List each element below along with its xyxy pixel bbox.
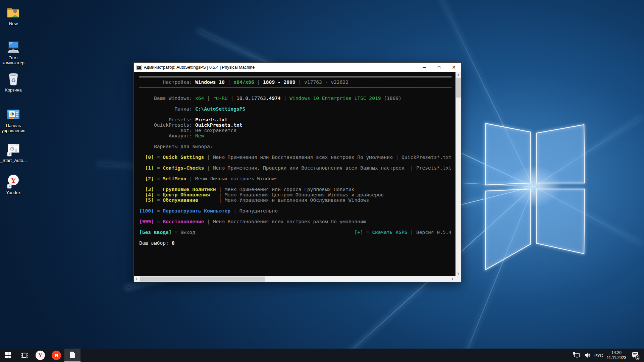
console-line [139, 224, 455, 230]
desktop-icon-control-panel[interactable]: Панель управления [0, 107, 29, 133]
console-line: [0] = Quick Settings | Меню Применения и… [139, 155, 455, 160]
desktop-icon-label: Этот компьютер [0, 55, 29, 65]
desktop-icon-label: Yandex [6, 190, 20, 195]
recycle-bin-icon: ♻ [6, 71, 21, 86]
yandex-browser-icon: Y [36, 351, 45, 360]
scroll-down-arrow[interactable]: ∨ [455, 270, 461, 276]
yandex-shortcut-icon: Y ↗ [6, 174, 21, 189]
console-line [139, 181, 455, 187]
desktop-icon-yandex[interactable]: Y ↗ Yandex [0, 174, 29, 195]
console-line: [3] = Групповые Политики | Меню Применен… [139, 187, 455, 192]
desktop-icon-start-auto[interactable]: ⚙ ⚙ ↗ _Start_Auto... [0, 142, 29, 163]
clock[interactable]: 14:20 11.11.2023 [604, 349, 629, 362]
console-line: ════════════════════════════════════════… [139, 85, 455, 90]
vertical-scrollbar[interactable]: ∧ ∨ [455, 72, 461, 276]
console-line: [4] = Центр Обновления | Меню Управления… [139, 192, 455, 197]
console-line: Настройка: Windows 10 | x64/x86 | 1809 -… [139, 79, 455, 85]
console-window: Администратор: AutoSettingsPS | 0.5.4 | … [133, 62, 462, 282]
desktop-icon-label: Корзина [5, 87, 22, 93]
svg-text:Y: Y [11, 176, 16, 184]
light-beam [534, 186, 641, 244]
console-line: [Без ввода] = Выход [+] = Скачать ASPS |… [139, 230, 455, 235]
console-line: Папка: C:\AutoSettingsPS [139, 106, 455, 112]
console-line [139, 160, 455, 165]
console-taskbar-icon [70, 352, 75, 358]
console-app-icon [137, 65, 142, 70]
close-icon: ✕ [452, 65, 456, 70]
user-folder-icon [6, 5, 21, 20]
task-view-button[interactable] [16, 349, 32, 362]
console-line: [100] = Перезагрузить Компьютер | Принуд… [139, 208, 455, 214]
clock-date: 11.11.2023 [607, 355, 626, 360]
console-line: Аккаунт: New [139, 133, 455, 138]
taskbar: Y Я РУС 14: [0, 349, 644, 362]
speaker-icon [585, 353, 591, 358]
desktop-icon-label: _Start_Auto... [0, 158, 27, 163]
desktop-icon-label: Панель управления [0, 123, 29, 133]
desktop-icon-this-pc[interactable]: Этот компьютер [0, 40, 29, 65]
console-line [139, 171, 455, 176]
maximize-button[interactable]: □ [432, 63, 446, 72]
console-line: [999] = Восстановление | Меню Восстановл… [139, 219, 455, 224]
window-titlebar[interactable]: Администратор: AutoSettingsPS | 0.5.4 | … [134, 63, 461, 72]
gears-window-shortcut-icon: ⚙ ⚙ ↗ [6, 142, 21, 157]
svg-text:♻: ♻ [11, 77, 16, 83]
scroll-right-arrow[interactable]: › [450, 276, 455, 282]
console-line [139, 90, 455, 96]
vertical-scroll-thumb[interactable] [456, 78, 461, 98]
light-beam [534, 117, 641, 187]
console-line [139, 235, 455, 240]
horizontal-scrollbar[interactable]: ‹ › [134, 276, 455, 282]
console-line [139, 203, 455, 208]
taskbar-yandex-app[interactable]: Я [48, 349, 64, 362]
language-indicator[interactable]: РУС [593, 349, 604, 362]
start-button[interactable] [0, 349, 16, 362]
minimize-button[interactable] [417, 63, 432, 72]
console-line: Presets: Presets.txt [139, 117, 455, 122]
maximize-icon: □ [438, 65, 440, 70]
yandex-app-icon: Я [52, 351, 61, 360]
notification-badge: 1 [635, 355, 640, 360]
console-line: Ваша Windows: x64 | ru-RU | 10.0.17763.4… [139, 96, 455, 101]
console-line: QuickPresets: QuickPresets.txt [139, 122, 455, 128]
svg-text:⚙: ⚙ [14, 148, 18, 153]
console-line: Варианты для выбора: [139, 144, 455, 149]
console-line: [1] = Configs-Checks | Меню Применения, … [139, 165, 455, 171]
scroll-left-arrow[interactable]: ‹ [134, 276, 140, 282]
minimize-icon [423, 67, 426, 68]
console-line [139, 214, 455, 219]
console-line: [2] = SelfMenu | Меню Личных настроек Wi… [139, 176, 455, 181]
windows-start-icon [5, 352, 11, 358]
console-output: ════════════════════════════════════════… [134, 72, 455, 276]
console-line: ════════════════════════════════════════… [139, 74, 455, 79]
control-panel-icon [6, 107, 21, 122]
console-line: Ваш выбор: 0_ [139, 240, 455, 246]
taskbar-yandex-browser[interactable]: Y [32, 349, 48, 362]
console-line [139, 101, 455, 106]
desktop-icon-label: New [9, 21, 18, 26]
clock-time: 14:20 [611, 350, 622, 355]
network-icon [573, 352, 580, 358]
window-title: Администратор: AutoSettingsPS | 0.5.4 | … [144, 65, 417, 70]
volume-tray-button[interactable] [582, 349, 593, 362]
network-tray-button[interactable] [571, 349, 582, 362]
close-button[interactable]: ✕ [446, 63, 461, 72]
svg-text:⚙: ⚙ [9, 145, 14, 152]
desktop-icon-new[interactable]: New [0, 5, 29, 26]
svg-text:↗: ↗ [8, 153, 11, 156]
computer-icon [6, 40, 21, 54]
taskbar-console-app-active[interactable] [64, 349, 80, 362]
action-center-button[interactable]: 1 [629, 349, 642, 362]
horizontal-scroll-thumb[interactable] [140, 277, 265, 282]
console-line: [5] = Обслуживание | Меню Управления и в… [139, 197, 455, 203]
desktop-icon-recycle-bin[interactable]: ♻ Корзина [0, 71, 29, 93]
svg-text:↗: ↗ [8, 185, 11, 188]
console-line [139, 112, 455, 117]
console-line [139, 138, 455, 144]
console-body: ════════════════════════════════════════… [134, 72, 461, 282]
task-view-icon [20, 352, 28, 358]
scroll-up-arrow[interactable]: ∧ [455, 72, 461, 78]
console-line [139, 149, 455, 155]
scrollbar-corner [455, 276, 461, 282]
console-line: Лог: Не сохраняется [139, 128, 455, 133]
